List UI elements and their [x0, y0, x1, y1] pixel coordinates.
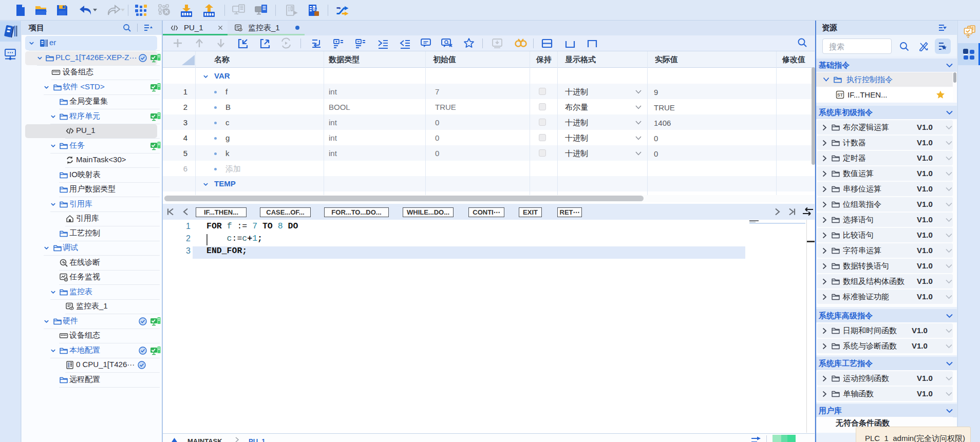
svg-text:ST: ST — [837, 92, 843, 98]
svg-text:10: 10 — [313, 7, 317, 10]
